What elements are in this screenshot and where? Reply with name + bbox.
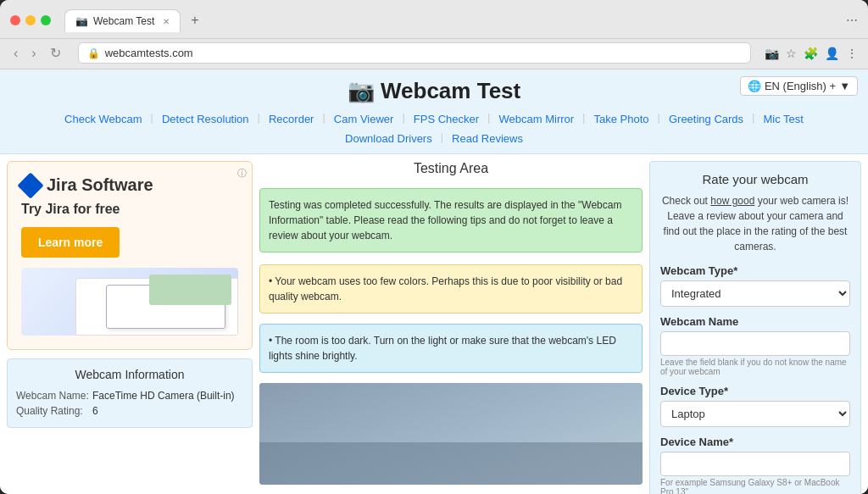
- webcam-name-value: FaceTime HD Camera (Built-in): [92, 390, 235, 402]
- nav-mic-test[interactable]: Mic Test: [754, 111, 811, 127]
- testing-area-title: Testing Area: [259, 161, 643, 176]
- ad-logo: Jira Software: [21, 175, 238, 195]
- new-tab-button[interactable]: +: [184, 9, 205, 31]
- quality-rating-row: Quality Rating: 6: [16, 403, 243, 419]
- nav-links-primary: Check Webcam | Detect Resolution | Recor…: [0, 111, 868, 127]
- ad-info-icon[interactable]: ⓘ: [237, 167, 247, 180]
- webcam-name-hint: Leave the field blank if you do not know…: [660, 358, 850, 376]
- webcam-type-label: Webcam Type*: [660, 264, 850, 277]
- jira-diamond-icon: [17, 172, 43, 198]
- webcam-name-input[interactable]: [660, 331, 850, 356]
- device-name-hint: For example Samsung Galaxy S8+ or MacBoo…: [660, 478, 850, 494]
- tab-title: Webcam Test: [93, 15, 154, 27]
- webcam-preview: [259, 383, 643, 485]
- menu-icon[interactable]: ⋮: [846, 47, 858, 60]
- traffic-lights: [10, 15, 51, 25]
- page-content: 📷 Webcam Test 🌐 EN (English) + ▼ Check W…: [0, 69, 868, 494]
- page-title: 📷 Webcam Test: [0, 78, 868, 104]
- nav-webcam-mirror[interactable]: Webcam Mirror: [491, 111, 583, 127]
- device-type-label: Device Type*: [660, 385, 850, 397]
- ad-image: [21, 268, 238, 336]
- success-message: Testing was completed successfully. The …: [259, 188, 643, 253]
- camera-icon[interactable]: 📷: [765, 47, 779, 60]
- device-name-input[interactable]: [660, 452, 850, 476]
- reload-button[interactable]: ↻: [47, 43, 64, 63]
- chevron-down-icon: ▼: [839, 80, 850, 92]
- device-name-label: Device Name*: [660, 436, 850, 448]
- back-button[interactable]: ‹: [10, 44, 21, 63]
- site-header: 📷 Webcam Test 🌐 EN (English) + ▼ Check W…: [0, 69, 868, 154]
- quality-rating-value: 6: [92, 405, 98, 417]
- address-text: webcamtests.com: [105, 47, 742, 59]
- title-bar: 📷 Webcam Test ✕ + ⋯: [0, 0, 868, 39]
- nav-download-drivers[interactable]: Download Drivers: [337, 130, 441, 147]
- profile-icon[interactable]: 👤: [825, 47, 839, 60]
- webcam-info-box: Webcam Information Webcam Name: FaceTime…: [7, 358, 253, 428]
- tab-favicon: 📷: [75, 15, 88, 27]
- nav-greeting-cards[interactable]: Greeting Cards: [660, 111, 752, 127]
- address-bar[interactable]: 🔒 webcamtests.com: [78, 42, 751, 64]
- webcam-info-title: Webcam Information: [16, 368, 243, 381]
- quality-rating-label: Quality Rating:: [16, 405, 92, 417]
- webcam-name-group: Webcam Name Leave the field blank if you…: [660, 315, 850, 376]
- language-selector[interactable]: 🌐 EN (English) + ▼: [740, 76, 858, 96]
- lang-label: EN (English) +: [765, 80, 836, 92]
- secure-icon: 🔒: [87, 47, 100, 59]
- warning-message-2: • The room is too dark. Turn on the ligh…: [259, 324, 643, 373]
- rate-webcam-title: Rate your webcam: [660, 172, 850, 186]
- webcam-name-row: Webcam Name: FaceTime HD Camera (Built-i…: [16, 388, 243, 403]
- advertisement: ⓘ Jira Software Try Jira for free Learn …: [7, 161, 253, 350]
- tab-bar: 📷 Webcam Test ✕ +: [64, 8, 839, 31]
- warning-message-1: • Your webcam uses too few colors. Perha…: [259, 264, 643, 314]
- bookmark-icon[interactable]: ☆: [786, 47, 797, 60]
- nav-fps-checker[interactable]: FPS Checker: [405, 111, 487, 127]
- extensions-icon[interactable]: 🧩: [804, 47, 818, 60]
- ad-mockup-accent: [149, 275, 231, 305]
- ad-brand-name: Jira Software: [47, 175, 153, 195]
- nav-recorder[interactable]: Recorder: [260, 111, 322, 127]
- nav-links-secondary: Download Drivers | Read Reviews: [0, 130, 868, 147]
- close-button[interactable]: [10, 15, 20, 25]
- minimize-button[interactable]: [25, 15, 36, 25]
- ad-cta-button[interactable]: Learn more: [21, 227, 120, 258]
- nav-cam-viewer[interactable]: Cam Viewer: [326, 111, 403, 127]
- webcam-name-label: Webcam Name:: [16, 390, 92, 402]
- title-emoji: 📷: [348, 78, 375, 103]
- extensions-button[interactable]: ⋯: [846, 14, 858, 27]
- lang-flag: 🌐: [748, 80, 761, 92]
- left-column: ⓘ Jira Software Try Jira for free Learn …: [7, 161, 253, 487]
- right-column: Rate your webcam Check out how good your…: [649, 161, 861, 487]
- nav-detect-resolution[interactable]: Detect Resolution: [153, 111, 258, 127]
- main-layout: ⓘ Jira Software Try Jira for free Learn …: [0, 154, 868, 494]
- ad-tagline: Try Jira for free: [21, 202, 238, 217]
- webcam-type-select[interactable]: Integrated External IP Camera: [660, 280, 850, 307]
- preview-floor-area: [259, 442, 643, 485]
- rate-webcam-description: Check out how good your web camera is! L…: [660, 193, 850, 254]
- forward-button[interactable]: ›: [28, 44, 39, 63]
- middle-column: Testing Area Testing was completed succe…: [259, 161, 643, 487]
- webcam-name-label: Webcam Name: [660, 315, 850, 328]
- active-tab[interactable]: 📷 Webcam Test ✕: [64, 9, 181, 32]
- maximize-button[interactable]: [41, 15, 51, 25]
- browser-actions: ⋯: [846, 14, 858, 27]
- device-name-group: Device Name* For example Samsung Galaxy …: [660, 436, 850, 494]
- nav-read-reviews[interactable]: Read Reviews: [443, 130, 531, 147]
- tab-close-button[interactable]: ✕: [163, 17, 170, 26]
- rate-webcam-box: Rate your webcam Check out how good your…: [649, 161, 861, 494]
- nav-check-webcam[interactable]: Check Webcam: [56, 111, 151, 127]
- webcam-type-group: Webcam Type* Integrated External IP Came…: [660, 264, 850, 307]
- device-type-select[interactable]: Laptop Desktop Tablet Phone: [660, 401, 850, 427]
- nav-take-photo[interactable]: Take Photo: [586, 111, 658, 127]
- device-type-group: Device Type* Laptop Desktop Tablet Phone: [660, 385, 850, 427]
